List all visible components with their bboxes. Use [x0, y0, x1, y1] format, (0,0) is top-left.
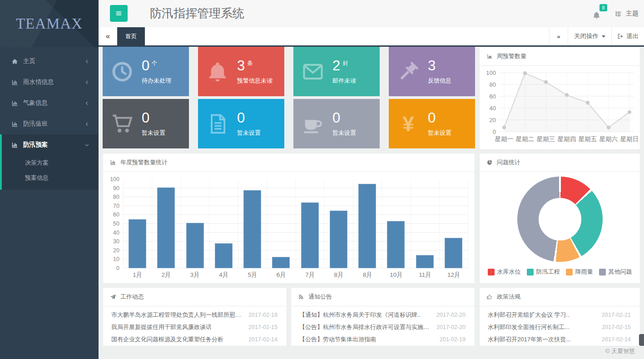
tab-home[interactable]: 首页 — [117, 27, 145, 45]
legend-item-3: 降雨量 — [566, 268, 593, 276]
legend-swatch — [488, 269, 495, 275]
caret-down-icon — [602, 35, 605, 38]
legend-label: 水库水位 — [497, 268, 521, 276]
bar-5月 — [243, 190, 261, 268]
sidebar-item-label: 防汛预案 — [23, 141, 84, 149]
x-axis-tick-label: 3月 — [181, 271, 209, 279]
bell-icon — [198, 60, 237, 84]
stat-card-mail-unread[interactable]: 2封邮件未读 — [293, 47, 380, 96]
legend-swatch — [566, 269, 573, 275]
clock-icon — [103, 60, 142, 84]
sidebar-item-rain-water-info[interactable]: 雨水情信息 — [0, 72, 99, 93]
stat-card-text: 0个待办未处理 — [142, 59, 171, 85]
sidebar-subitem-plan-info[interactable]: 预案信息 — [2, 170, 99, 185]
list-item-link[interactable]: 水利部印发全面推行河长制工...2017-02-15 — [480, 321, 640, 333]
chevron-left-icon — [84, 122, 89, 127]
sidebar-item-weather-info[interactable]: 气象信息 — [0, 93, 99, 113]
sign-out-icon — [617, 33, 624, 39]
stat-card-label: 邮件未读 — [332, 77, 356, 85]
stat-cards-grid: 0个待办未处理3条预警信息未读2封邮件未读3反馈信息0暂未设置0暂未设置0暂未设… — [103, 47, 475, 148]
yen-icon: ¥ — [389, 113, 428, 134]
stat-card-unset-file[interactable]: 0暂未设置 — [198, 99, 284, 148]
sidebar-subitem-decision-plan[interactable]: 决策方案 — [2, 155, 99, 170]
bar-2月 — [157, 187, 175, 268]
stat-card-unset-cart[interactable]: 0暂未设置 — [103, 99, 189, 148]
y-axis-tick-label: 20 — [482, 117, 496, 123]
thumbs-up-icon — [486, 294, 493, 300]
stat-card-value-row: 0 — [332, 111, 356, 125]
list-item-link[interactable]: 市大鹏半岛水源工程管理处负责人到一线部所慰问新春2017-02-18 — [103, 309, 287, 321]
bar-1月 — [129, 219, 146, 268]
x-axis-tick-label: 2月 — [152, 271, 180, 279]
stat-card-text: 0暂未设置 — [142, 111, 165, 137]
sidebar-menu: 主页雨水情信息气象信息防汛值班防汛预案决策方案预案信息 — [0, 47, 99, 190]
x-axis-tick-label: 10月 — [382, 271, 411, 279]
list-item-link[interactable]: 【公告】杭州市水务局排水行政许可设置与实施优..2017-02-20 — [291, 321, 475, 333]
sidebar-item-flood-duty[interactable]: 防汛值班 — [0, 113, 99, 134]
stat-card-value: 0 — [142, 111, 149, 125]
theme-label: 主题 — [626, 10, 639, 18]
list-item-link[interactable]: 【通知】杭州市水务局关于印发《河道标识牌..2017-02-20 — [291, 309, 475, 321]
work-news-panel: 工作动态 市大鹏半岛水源工程管理处负责人到一线部所慰问新春2017-02-18我… — [103, 287, 287, 346]
y-axis-tick-label: 80 — [482, 81, 496, 88]
panel-header: 工作动态 — [103, 288, 287, 306]
panel-title: 工作动态 — [120, 293, 144, 301]
work-news-list: 市大鹏半岛水源工程管理处负责人到一线部所慰问新春2017-02-18我局开展新提… — [103, 306, 287, 345]
theme-list-icon — [614, 10, 622, 18]
close-operations-dropdown[interactable]: 关闭操作 — [568, 27, 611, 45]
sidebar-item-label: 雨水情信息 — [23, 78, 84, 86]
logout-button[interactable]: 退出 — [611, 27, 644, 45]
y-axis-tick-label: 70 — [103, 203, 119, 209]
theme-button[interactable]: 主题 — [614, 0, 639, 27]
stat-card-label: 暂未设置 — [428, 129, 451, 137]
stat-card-value: 0 — [142, 59, 149, 73]
stat-card-unset-coffee[interactable]: 0暂未设置 — [293, 99, 380, 148]
list-item-link[interactable]: 【公告】劳动节集体出游指南201-02-19 — [291, 333, 475, 345]
list-item-link[interactable]: 我局开展新提拔任用干部党风廉政谈话2017-02-15 — [103, 321, 287, 333]
list-item-date: 201-02-19 — [440, 336, 466, 343]
hamburger-icon — [115, 10, 123, 17]
back-to-top-button[interactable] — [639, 334, 644, 346]
bar-chart-icon — [11, 121, 18, 128]
stat-card-todo-unhandled[interactable]: 0个待办未处理 — [103, 47, 189, 96]
y-axis-tick-label: 50 — [103, 221, 119, 227]
chevron-down-icon — [84, 143, 89, 148]
cart-icon — [103, 112, 142, 136]
y-axis-tick-label: 60 — [103, 211, 119, 218]
stat-card-unset-money[interactable]: ¥0暂未设置 — [389, 99, 475, 148]
weekly-warning-panel: 周预警数量 020406080100星期一星期二星期三星期四星期五星期六星期日 — [479, 47, 640, 150]
stat-card-feedback-info[interactable]: 3反馈信息 — [389, 47, 475, 96]
sidebar-item-home[interactable]: 主页 — [0, 51, 99, 72]
list-item-link[interactable]: 国有企业文化问题根源及文化重塑任务分析2017-02-14 — [103, 333, 287, 345]
list-item-date: 2017-02-20 — [436, 324, 466, 330]
bar-slot — [267, 179, 295, 268]
policies-list: 水利部召开党组扩大会议 学习..2017-02-21水利部印发全面推行河长制工.… — [480, 306, 640, 345]
stat-card-unit: 封 — [342, 60, 348, 66]
bar-8月 — [358, 184, 376, 268]
list-item-link[interactable]: 水利部召开2017年第一次扶贫...2017-02-14 — [480, 333, 640, 345]
bar-10月 — [387, 221, 405, 268]
stat-card-text: 0暂未设置 — [237, 111, 261, 137]
x-axis-tick-label: 6月 — [267, 271, 296, 279]
stat-card-warning-unread[interactable]: 3条预警信息未读 — [198, 47, 284, 96]
gavel-icon — [389, 60, 428, 84]
legend-label: 降雨量 — [575, 268, 593, 276]
tabs-scroll-left-button[interactable]: « — [99, 27, 117, 45]
envelope-icon — [293, 60, 332, 84]
list-item-text: 水利部召开2017年第一次扶贫... — [488, 335, 571, 344]
x-axis-labels: 1月2月3月4月5月6月7月8月8月10月11月12月 — [123, 271, 468, 279]
tabs-scroll-right-button[interactable]: » — [549, 27, 568, 45]
sidebar-item-flood-plan[interactable]: 防汛预案 — [2, 134, 99, 155]
y-axis-tick-label: 100 — [103, 176, 119, 182]
bar-chart-plot — [123, 179, 468, 268]
bar-chart-icon — [11, 79, 18, 86]
list-item-text: 我局开展新提拔任用干部党风廉政谈话 — [111, 323, 212, 331]
notifications-button[interactable]: 8 — [592, 7, 603, 21]
menu-toggle-button[interactable] — [110, 5, 128, 22]
y-axis-tick-label: 10 — [103, 256, 119, 262]
list-item-link[interactable]: 水利部召开党组扩大会议 学习..2017-02-21 — [480, 309, 640, 321]
notification-badge: 8 — [599, 4, 607, 11]
list-item-date: 2017-02-15 — [602, 324, 631, 330]
chevron-left-icon — [84, 80, 89, 85]
home-icon — [11, 58, 18, 65]
